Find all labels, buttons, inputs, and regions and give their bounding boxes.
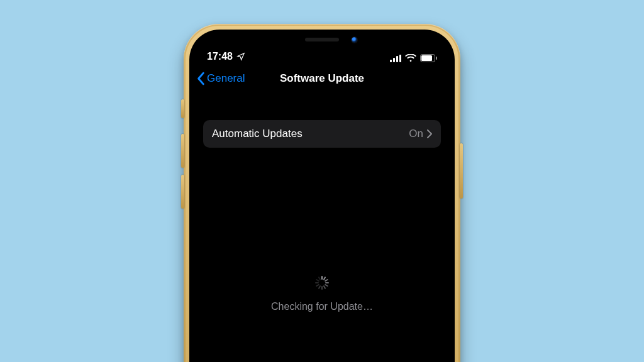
svg-rect-0	[390, 60, 392, 62]
row-value: On	[409, 128, 423, 140]
edge-artifact	[192, 317, 194, 326]
wifi-icon	[405, 54, 416, 62]
stage: 17:48	[0, 0, 644, 362]
phone-bezel: 17:48	[189, 30, 455, 362]
volume-up-button[interactable]	[181, 134, 184, 168]
side-button[interactable]	[460, 143, 463, 199]
row-label: Automatic Updates	[212, 128, 409, 140]
volume-down-button[interactable]	[181, 175, 184, 209]
svg-rect-6	[436, 57, 437, 60]
chevron-left-icon	[197, 72, 206, 85]
mute-switch[interactable]	[181, 99, 184, 118]
automatic-updates-row[interactable]: Automatic Updates On	[203, 120, 441, 148]
speaker-grille	[305, 38, 339, 41]
svg-rect-5	[421, 55, 432, 61]
page-title: Software Update	[280, 72, 364, 85]
status-left: 17:48	[207, 51, 245, 62]
phone-frame: 17:48	[184, 24, 460, 362]
status-right	[390, 54, 437, 62]
svg-rect-1	[393, 58, 395, 62]
svg-rect-2	[396, 56, 398, 62]
status-time: 17:48	[207, 51, 233, 62]
screen: 17:48	[192, 32, 452, 362]
loading-text: Checking for Update…	[192, 301, 452, 312]
cellular-icon	[390, 55, 401, 62]
edge-artifact	[192, 231, 194, 239]
loading-region: Checking for Update…	[192, 276, 452, 312]
navigation-bar: General Software Update	[192, 65, 452, 92]
back-label: General	[207, 72, 245, 85]
back-button[interactable]: General	[197, 72, 245, 85]
content-area: Automatic Updates On Checking for Update…	[192, 106, 452, 362]
location-arrow-icon	[236, 52, 245, 61]
edge-artifact	[192, 348, 194, 356]
battery-icon	[420, 54, 437, 62]
spinner-icon	[315, 276, 329, 290]
chevron-right-icon	[427, 129, 432, 138]
front-camera	[352, 37, 357, 43]
svg-rect-3	[399, 55, 401, 62]
notch	[259, 32, 385, 51]
